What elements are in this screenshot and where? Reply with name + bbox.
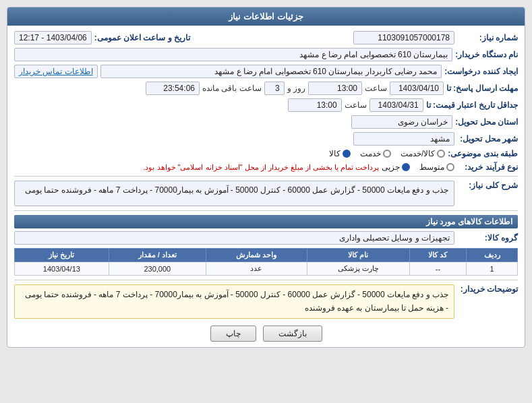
ettelaat-link[interactable]: اطلاعات تماس خریدار [14,65,98,78]
tabaqe-radio-group: کالا/خدمت خدمت کالا [329,149,445,158]
mohlat-saat: 13:00 [308,82,362,95]
row-sharh: شرح کلی نیاز: جذب و دفع مایعات 50000 - گ… [14,181,518,206]
jadval-label: جداقل تاریخ اعتبار قیمت: تا [426,100,518,110]
radio-kala-label: کالا [329,149,341,158]
cell-nam: چارت پزشکی [307,262,409,276]
tabaqe-label: طبقه بندی موضوعی: [448,149,518,158]
radio-kala[interactable]: کالا [329,149,351,158]
row-shahr: شهر محل تحویل: مشهد [14,132,518,146]
row-shomara: شماره نیاز: 1103091057000178 تاریخ و ساع… [14,31,518,44]
radio-kala-khedmat-dot [437,150,445,158]
radio-joz'i-dot [402,163,410,171]
shahr-label: شهر محل تحویل: [457,134,518,144]
main-box: جزئیات اطلاعات نیاز شماره نیاز: 11030910… [7,7,525,348]
tarikh-value: 1403/04/06 - 12:17 [14,31,92,44]
radio-khedmat-dot [383,150,391,158]
radio-kala-khedmat[interactable]: کالا/خدمت [401,149,445,158]
content-area: شماره نیاز: 1103091057000178 تاریخ و ساع… [7,26,525,347]
radio-joz'i-label: جزیی [382,162,400,172]
jadval-saat: 13:00 [288,98,342,112]
cell-tarikh: 1403/04/13 [15,262,109,276]
cell-vahed: عدد [206,262,307,276]
jadval-saat-label: ساعت [345,100,367,110]
button-row: بازگشت چاپ [14,326,518,342]
radio-khedmat-label: خدمت [360,149,381,158]
mohlat-date: 1403/04/10 [390,82,444,95]
sharh-label: شرح کلی نیاز: [457,181,518,190]
divider2 [14,210,518,211]
ijad-value: محمد رضایی کاربردار بیمارستان 610 تخصصوا… [100,65,442,78]
table-head: ردیف کد کالا نام کالا واحد شمارش تعداد /… [15,249,518,262]
col-kod: کد کالا [409,249,466,262]
radio-motavasset[interactable]: متوسط [419,162,454,172]
radio-motavasset-dot [446,163,454,171]
tarikh-label: تاریخ و ساعت اعلان عمومی: [94,33,190,42]
bazgasht-button[interactable]: بازگشت [263,326,322,342]
row-mohlat: مهلت ارسال پاسخ: تا 1403/04/10 ساعت 13:0… [14,82,518,95]
chap-button[interactable]: چاپ [210,326,256,342]
divider1 [14,176,518,177]
col-nam: نام کالا [307,249,409,262]
table-row: 1 -- چارت پزشکی عدد 230,000 1403/04/13 [15,262,518,276]
col-tarikh: تاریخ نیاز [15,249,109,262]
row-tozihat: توضیحات خریدار: جذب و دفع مایعات 50000 -… [14,284,518,319]
ostan-label: استان محل تحویل: [455,117,518,127]
cell-radif: 1 [467,262,518,276]
radio-khedmat[interactable]: خدمت [360,149,391,158]
tozihat-value: جذب و دفع مایعات 50000 - گزارش عمل 60000… [14,284,454,319]
ijad-label: ایجاد کننده درخواست: [444,67,518,76]
row-tabaqe: طبقه بندی موضوعی: کالا/خدمت خدمت کالا [14,149,518,158]
shomara-value: 1103091057000178 [353,31,454,44]
radio-kala-dot [343,150,351,158]
table-body: 1 -- چارت پزشکی عدد 230,000 1403/04/13 [15,262,518,276]
nooe-note: پرداخت تمام یا بخشی از مبلغ خریدار از مح… [143,163,379,172]
row-ostan: استان محل تحویل: خراسان رضوی [14,115,518,129]
row-ijad: ایجاد کننده درخواست: محمد رضایی کاربردار… [14,65,518,78]
goroh-label: گروه کالا: [457,233,518,243]
kala-table: ردیف کد کالا نام کالا واحد شمارش تعداد /… [14,248,518,276]
jadval-date: 1403/04/31 [370,98,423,112]
row-jadval: جداقل تاریخ اعتبار قیمت: تا 1403/04/31 س… [14,98,518,112]
ettelaat-kala-title: اطلاعات کالاهای مورد نیاز [14,215,518,228]
table-header-row: ردیف کد کالا نام کالا واحد شمارش تعداد /… [15,249,518,262]
mohlat-rooz: 3 [264,82,285,95]
ostan-value: خراسان رضوی [351,115,452,129]
dastgah-label: نام دستگاه خریدار: [455,50,518,59]
mohlat-label: مهلت ارسال پاسخ: تا [446,84,518,93]
shomara-label: شماره نیاز: [457,33,518,42]
cell-tedad: 230,000 [109,262,206,276]
page-wrapper: جزئیات اطلاعات نیاز شماره نیاز: 11030910… [0,0,532,403]
col-radif: ردیف [467,249,518,262]
row-nooe: نوع فرآیند خرید: متوسط جزیی پرداخت تمام … [14,162,518,172]
dastgah-value: بیمارستان 610 تخصصوابی امام رضا ع مشهد [14,48,452,61]
radio-kala-khedmat-label: کالا/خدمت [401,149,435,158]
mohlat-rooz-label: روز و [287,84,305,93]
cell-kod: -- [409,262,466,276]
tozihat-label: توضیحات خریدار: [457,284,518,294]
shahr-value: مشهد [353,132,454,146]
radio-joz'i[interactable]: جزیی [382,162,410,172]
col-vahed: واحد شمارش [206,249,307,262]
row-dastgah: نام دستگاه خریدار: بیمارستان 610 تخصصواب… [14,48,518,61]
mohlat-saat-label: ساعت [365,84,387,93]
mohlat-baqi-label: ساعت باقی مانده [202,84,262,93]
divider3 [14,280,518,280]
radio-motavasset-label: متوسط [419,162,444,172]
goroh-value: تجهیزات و وسایل تحصیلی واداری [14,231,454,245]
header-bar: جزئیات اطلاعات نیاز [7,7,525,26]
nooe-label: نوع فرآیند خرید: [457,162,518,172]
nooe-radio-group: متوسط جزیی [382,162,454,172]
mohlat-baqi: 23:54:06 [146,82,200,95]
col-tedad: تعداد / مقدار [109,249,206,262]
header-title: جزئیات اطلاعات نیاز [229,11,303,22]
row-goroh: گروه کالا: تجهیزات و وسایل تحصیلی واداری [14,231,518,245]
sharh-value: جذب و دفع مایعات 50000 - گزارش عمل 60000… [14,181,454,206]
